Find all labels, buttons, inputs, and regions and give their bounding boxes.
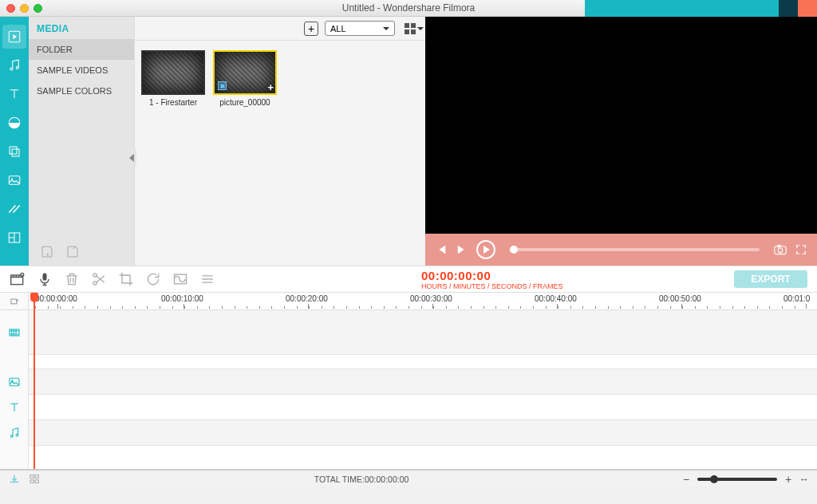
sidebar-transitions[interactable] bbox=[2, 197, 26, 221]
video-track-icon[interactable] bbox=[0, 310, 28, 355]
track-gap bbox=[29, 355, 817, 369]
ruler-mark: 00:00:30:00 bbox=[410, 294, 452, 303]
svg-rect-23 bbox=[10, 329, 19, 336]
mode-tabs bbox=[585, 0, 817, 17]
record-voiceover-icon[interactable] bbox=[37, 271, 53, 287]
play-button[interactable] bbox=[476, 240, 495, 259]
svg-rect-24 bbox=[10, 378, 19, 385]
svg-point-19 bbox=[204, 274, 207, 277]
zoom-fit-button[interactable]: ↔ bbox=[799, 474, 809, 485]
svg-rect-28 bbox=[30, 474, 34, 478]
export-button[interactable]: EXPORT bbox=[734, 270, 807, 288]
mode-tab-full[interactable] bbox=[585, 0, 779, 17]
media-thumbnail[interactable]: ▣+ picture_00000 bbox=[213, 50, 277, 107]
folder-item[interactable]: SAMPLE VIDEOS bbox=[29, 60, 134, 81]
media-browser: + ALL 1 - Firestarter ▣+ picture_00000 bbox=[134, 17, 425, 266]
media-filter-dropdown[interactable]: ALL bbox=[325, 21, 395, 36]
titlebar: Untitled - Wondershare Filmora bbox=[0, 0, 817, 17]
fullscreen-button[interactable] bbox=[795, 243, 807, 256]
sidebar-media[interactable] bbox=[2, 25, 26, 49]
sidebar-text[interactable] bbox=[2, 82, 26, 106]
text-track-icon[interactable] bbox=[0, 395, 28, 420]
svg-rect-30 bbox=[35, 474, 38, 478]
sidebar-overlays[interactable] bbox=[2, 140, 26, 163]
folder-panel: MEDIA FOLDER SAMPLE VIDEOS SAMPLE COLORS bbox=[29, 17, 134, 266]
preview-panel bbox=[425, 17, 817, 266]
new-folder-icon[interactable] bbox=[40, 243, 54, 261]
svg-point-20 bbox=[208, 278, 211, 281]
sidebar-effects[interactable] bbox=[2, 111, 26, 135]
window-title: Untitled - Wondershare Filmora bbox=[342, 2, 476, 14]
collapse-folder-panel[interactable] bbox=[127, 148, 136, 167]
sidebar-splitscreen[interactable] bbox=[2, 226, 26, 250]
ruler-mark: 00:00:10:00 bbox=[161, 294, 203, 303]
view-mode-button[interactable] bbox=[401, 22, 419, 36]
timecode-hint: HOURS / MINUTES / SECONDS / FRAMES bbox=[421, 282, 563, 290]
svg-point-26 bbox=[10, 435, 13, 438]
zoom-out-button[interactable]: − bbox=[681, 473, 691, 486]
add-to-timeline-icon[interactable]: + bbox=[267, 82, 274, 93]
add-marker-icon[interactable] bbox=[0, 293, 28, 310]
image-type-icon: ▣ bbox=[218, 81, 227, 90]
pip-track[interactable] bbox=[29, 369, 817, 395]
svg-rect-15 bbox=[43, 274, 47, 281]
media-thumbnail-label: 1 - Firestarter bbox=[141, 95, 205, 107]
import-media-button[interactable]: + bbox=[304, 22, 318, 36]
svg-rect-6 bbox=[12, 149, 19, 156]
svg-point-8 bbox=[11, 178, 13, 179]
storyboard-view-icon[interactable] bbox=[29, 474, 41, 485]
add-media-icon[interactable] bbox=[10, 271, 26, 287]
ruler-mark: 00:00:40:00 bbox=[535, 294, 577, 303]
svg-rect-31 bbox=[35, 479, 38, 482]
timeline: 00:00:00:0000:00:10:0000:00:20:0000:00:3… bbox=[0, 293, 817, 470]
close-window-button[interactable] bbox=[6, 4, 15, 13]
rotate-icon[interactable] bbox=[145, 271, 161, 287]
preview-controls bbox=[425, 234, 817, 266]
zoom-in-button[interactable]: + bbox=[783, 473, 793, 486]
mode-tab-easy[interactable] bbox=[779, 0, 798, 17]
ruler-mark: 00:00:20:00 bbox=[286, 294, 328, 303]
folder-item[interactable]: FOLDER bbox=[29, 39, 134, 60]
status-bar: TOTAL TIME:00:00:00:00 − + ↔ bbox=[0, 470, 817, 487]
next-frame-button[interactable] bbox=[456, 243, 468, 256]
mode-tab-action[interactable] bbox=[798, 0, 817, 17]
media-thumbnail-label: picture_00000 bbox=[213, 95, 277, 107]
delete-icon[interactable] bbox=[64, 271, 80, 287]
music-track-icon[interactable] bbox=[0, 420, 28, 446]
folder-item[interactable]: SAMPLE COLORS bbox=[29, 81, 134, 101]
total-time-value: 00:00:00:00 bbox=[365, 474, 408, 484]
svg-point-21 bbox=[203, 282, 205, 284]
svg-point-11 bbox=[778, 248, 783, 253]
media-thumbnail[interactable]: 1 - Firestarter bbox=[141, 50, 205, 107]
svg-rect-22 bbox=[10, 299, 16, 304]
preview-screen bbox=[425, 17, 817, 234]
timeline-toolbar: 00:00:00:00 HOURS / MINUTES / SECONDS / … bbox=[0, 266, 817, 293]
sidebar-elements[interactable] bbox=[2, 168, 26, 192]
sidebar-music[interactable] bbox=[2, 53, 26, 77]
timeline-ruler[interactable]: 00:00:00:0000:00:10:0000:00:20:0000:00:3… bbox=[29, 293, 817, 310]
svg-point-27 bbox=[16, 434, 18, 436]
delete-folder-icon[interactable] bbox=[65, 243, 80, 261]
zoom-slider[interactable] bbox=[697, 478, 777, 481]
snapshot-button[interactable] bbox=[774, 243, 787, 256]
text-track[interactable] bbox=[29, 395, 817, 420]
svg-rect-7 bbox=[9, 176, 20, 185]
ruler-mark: 00:01:0 bbox=[783, 294, 810, 303]
split-icon[interactable] bbox=[91, 271, 107, 287]
color-tuning-icon[interactable] bbox=[172, 271, 188, 287]
folder-panel-header: MEDIA bbox=[29, 17, 134, 39]
maximize-window-button[interactable] bbox=[34, 4, 42, 13]
prev-frame-button[interactable] bbox=[435, 243, 448, 256]
svg-point-3 bbox=[16, 67, 18, 69]
playhead[interactable] bbox=[34, 293, 35, 469]
pip-track-icon[interactable] bbox=[0, 369, 28, 395]
import-icon[interactable] bbox=[8, 474, 21, 485]
crop-icon[interactable] bbox=[118, 271, 134, 287]
preview-progress[interactable] bbox=[510, 248, 760, 251]
settings-icon[interactable] bbox=[199, 271, 215, 287]
svg-rect-29 bbox=[30, 479, 34, 482]
minimize-window-button[interactable] bbox=[20, 4, 29, 13]
music-track[interactable] bbox=[29, 420, 817, 446]
left-sidebar bbox=[0, 17, 29, 266]
video-track[interactable] bbox=[29, 310, 817, 355]
